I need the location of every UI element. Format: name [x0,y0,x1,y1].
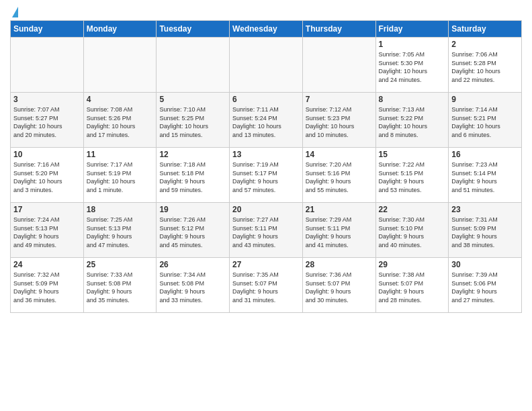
day-info: Sunrise: 7:24 AM Sunset: 5:13 PM Dayligh… [13,216,81,249]
day-info: Sunrise: 7:33 AM Sunset: 5:08 PM Dayligh… [87,271,154,304]
calendar-cell: 19Sunrise: 7:26 AM Sunset: 5:12 PM Dayli… [157,203,230,258]
week-row-2: 3Sunrise: 7:07 AM Sunset: 5:27 PM Daylig… [11,93,522,148]
calendar-cell: 9Sunrise: 7:14 AM Sunset: 5:21 PM Daylig… [449,93,522,148]
weekday-header-wednesday: Wednesday [230,21,303,38]
day-number: 1 [379,40,446,49]
day-info: Sunrise: 7:11 AM Sunset: 5:24 PM Dayligh… [232,105,300,139]
day-number: 11 [87,150,154,159]
calendar-cell: 18Sunrise: 7:25 AM Sunset: 5:13 PM Dayli… [83,203,157,258]
day-info: Sunrise: 7:16 AM Sunset: 5:20 PM Dayligh… [13,161,81,194]
day-info: Sunrise: 7:31 AM Sunset: 5:09 PM Dayligh… [451,216,519,249]
calendar-cell: 1Sunrise: 7:05 AM Sunset: 5:30 PM Daylig… [375,38,449,93]
day-number: 7 [306,95,373,104]
day-number: 20 [232,205,300,214]
day-info: Sunrise: 7:39 AM Sunset: 5:06 PM Dayligh… [451,271,519,304]
day-info: Sunrise: 7:18 AM Sunset: 5:18 PM Dayligh… [159,161,226,194]
calendar-cell: 29Sunrise: 7:38 AM Sunset: 5:07 PM Dayli… [375,258,449,313]
calendar-cell [157,38,230,93]
day-info: Sunrise: 7:32 AM Sunset: 5:09 PM Dayligh… [13,271,81,304]
day-number: 21 [306,205,373,214]
day-info: Sunrise: 7:22 AM Sunset: 5:15 PM Dayligh… [379,161,446,194]
calendar-cell: 10Sunrise: 7:16 AM Sunset: 5:20 PM Dayli… [11,148,84,203]
logo [10,9,18,17]
calendar-cell: 23Sunrise: 7:31 AM Sunset: 5:09 PM Dayli… [449,203,522,258]
calendar-table: SundayMondayTuesdayWednesdayThursdayFrid… [10,20,522,313]
day-number: 23 [451,205,519,214]
calendar-cell: 17Sunrise: 7:24 AM Sunset: 5:13 PM Dayli… [11,203,84,258]
day-info: Sunrise: 7:26 AM Sunset: 5:12 PM Dayligh… [159,216,226,249]
calendar-cell: 15Sunrise: 7:22 AM Sunset: 5:15 PM Dayli… [375,148,449,203]
day-number: 9 [451,95,519,104]
day-number: 15 [379,150,446,159]
week-row-5: 24Sunrise: 7:32 AM Sunset: 5:09 PM Dayli… [11,258,522,313]
week-row-4: 17Sunrise: 7:24 AM Sunset: 5:13 PM Dayli… [11,203,522,258]
day-number: 18 [87,205,154,214]
calendar-cell: 24Sunrise: 7:32 AM Sunset: 5:09 PM Dayli… [11,258,84,313]
day-info: Sunrise: 7:23 AM Sunset: 5:14 PM Dayligh… [451,161,519,194]
day-info: Sunrise: 7:10 AM Sunset: 5:25 PM Dayligh… [159,105,226,139]
week-row-1: 1Sunrise: 7:05 AM Sunset: 5:30 PM Daylig… [11,38,522,93]
calendar-cell: 12Sunrise: 7:18 AM Sunset: 5:18 PM Dayli… [157,148,230,203]
calendar-cell: 3Sunrise: 7:07 AM Sunset: 5:27 PM Daylig… [11,93,84,148]
day-number: 14 [306,150,373,159]
day-number: 27 [232,260,300,269]
day-number: 29 [379,260,446,269]
calendar-cell: 27Sunrise: 7:35 AM Sunset: 5:07 PM Dayli… [230,258,303,313]
day-number: 17 [13,205,81,214]
day-info: Sunrise: 7:20 AM Sunset: 5:16 PM Dayligh… [306,161,373,194]
weekday-header-row: SundayMondayTuesdayWednesdayThursdayFrid… [11,21,522,38]
calendar-cell [302,38,375,93]
weekday-header-monday: Monday [83,21,157,38]
calendar-cell: 6Sunrise: 7:11 AM Sunset: 5:24 PM Daylig… [230,93,303,148]
day-info: Sunrise: 7:08 AM Sunset: 5:26 PM Dayligh… [87,105,154,139]
calendar-cell: 2Sunrise: 7:06 AM Sunset: 5:28 PM Daylig… [449,38,522,93]
weekday-header-thursday: Thursday [302,21,375,38]
day-info: Sunrise: 7:35 AM Sunset: 5:07 PM Dayligh… [232,271,300,304]
calendar-cell: 22Sunrise: 7:30 AM Sunset: 5:10 PM Dayli… [375,203,449,258]
weekday-header-tuesday: Tuesday [157,21,230,38]
day-number: 24 [13,260,81,269]
day-number: 13 [232,150,300,159]
calendar-cell: 26Sunrise: 7:34 AM Sunset: 5:08 PM Dayli… [157,258,230,313]
day-number: 25 [87,260,154,269]
calendar-cell [83,38,157,93]
calendar-cell: 21Sunrise: 7:29 AM Sunset: 5:11 PM Dayli… [302,203,375,258]
calendar-cell: 8Sunrise: 7:13 AM Sunset: 5:22 PM Daylig… [375,93,449,148]
day-info: Sunrise: 7:30 AM Sunset: 5:10 PM Dayligh… [379,216,446,249]
weekday-header-saturday: Saturday [449,21,522,38]
calendar-cell: 7Sunrise: 7:12 AM Sunset: 5:23 PM Daylig… [302,93,375,148]
day-number: 12 [159,150,226,159]
day-number: 16 [451,150,519,159]
day-info: Sunrise: 7:34 AM Sunset: 5:08 PM Dayligh… [159,271,226,304]
day-info: Sunrise: 7:25 AM Sunset: 5:13 PM Dayligh… [87,216,154,249]
calendar-cell: 5Sunrise: 7:10 AM Sunset: 5:25 PM Daylig… [157,93,230,148]
day-number: 28 [306,260,373,269]
day-number: 6 [232,95,300,104]
day-number: 4 [87,95,154,104]
day-info: Sunrise: 7:27 AM Sunset: 5:11 PM Dayligh… [232,216,300,249]
day-info: Sunrise: 7:38 AM Sunset: 5:07 PM Dayligh… [379,271,446,304]
day-info: Sunrise: 7:12 AM Sunset: 5:23 PM Dayligh… [306,105,373,139]
day-info: Sunrise: 7:14 AM Sunset: 5:21 PM Dayligh… [451,105,519,139]
day-number: 26 [159,260,226,269]
calendar-cell: 30Sunrise: 7:39 AM Sunset: 5:06 PM Dayli… [449,258,522,313]
calendar-cell: 4Sunrise: 7:08 AM Sunset: 5:26 PM Daylig… [83,93,157,148]
day-info: Sunrise: 7:13 AM Sunset: 5:22 PM Dayligh… [379,105,446,139]
day-number: 3 [13,95,81,104]
day-info: Sunrise: 7:17 AM Sunset: 5:19 PM Dayligh… [87,161,154,194]
header [10,7,522,17]
day-number: 10 [13,150,81,159]
day-number: 5 [159,95,226,104]
logo-arrow-icon [12,7,18,17]
day-number: 2 [451,40,519,49]
day-info: Sunrise: 7:05 AM Sunset: 5:30 PM Dayligh… [379,50,446,84]
week-row-3: 10Sunrise: 7:16 AM Sunset: 5:20 PM Dayli… [11,148,522,203]
calendar-cell: 14Sunrise: 7:20 AM Sunset: 5:16 PM Dayli… [302,148,375,203]
calendar-cell: 20Sunrise: 7:27 AM Sunset: 5:11 PM Dayli… [230,203,303,258]
day-info: Sunrise: 7:19 AM Sunset: 5:17 PM Dayligh… [232,161,300,194]
day-number: 19 [159,205,226,214]
page-container: SundayMondayTuesdayWednesdayThursdayFrid… [0,0,532,316]
calendar-cell: 16Sunrise: 7:23 AM Sunset: 5:14 PM Dayli… [449,148,522,203]
day-info: Sunrise: 7:06 AM Sunset: 5:28 PM Dayligh… [451,50,519,84]
calendar-cell [230,38,303,93]
